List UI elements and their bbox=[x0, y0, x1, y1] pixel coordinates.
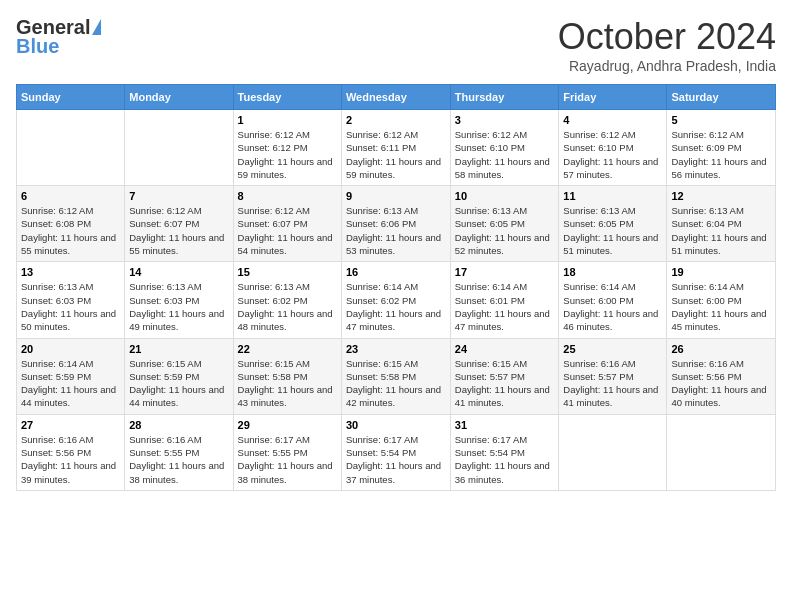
header-wednesday: Wednesday bbox=[341, 85, 450, 110]
day-sunrise: Sunrise: 6:12 AM bbox=[455, 128, 555, 141]
day-sunrise: Sunrise: 6:15 AM bbox=[238, 357, 337, 370]
day-number: 18 bbox=[563, 266, 662, 278]
title-block: October 2024 Rayadrug, Andhra Pradesh, I… bbox=[558, 16, 776, 74]
day-sunset: Sunset: 5:56 PM bbox=[21, 446, 120, 459]
day-daylight: Daylight: 11 hours and 41 minutes. bbox=[455, 383, 555, 410]
table-row: 29 Sunrise: 6:17 AM Sunset: 5:55 PM Dayl… bbox=[233, 414, 341, 490]
table-row: 8 Sunrise: 6:12 AM Sunset: 6:07 PM Dayli… bbox=[233, 186, 341, 262]
day-sunset: Sunset: 6:11 PM bbox=[346, 141, 446, 154]
day-sunset: Sunset: 5:58 PM bbox=[346, 370, 446, 383]
table-row: 26 Sunrise: 6:16 AM Sunset: 5:56 PM Dayl… bbox=[667, 338, 776, 414]
day-sunset: Sunset: 6:07 PM bbox=[129, 217, 228, 230]
day-number: 9 bbox=[346, 190, 446, 202]
day-sunrise: Sunrise: 6:12 AM bbox=[21, 204, 120, 217]
day-daylight: Daylight: 11 hours and 44 minutes. bbox=[21, 383, 120, 410]
day-sunset: Sunset: 5:59 PM bbox=[129, 370, 228, 383]
day-sunset: Sunset: 6:02 PM bbox=[238, 294, 337, 307]
logo-blue: Blue bbox=[16, 35, 59, 58]
day-number: 8 bbox=[238, 190, 337, 202]
table-row: 5 Sunrise: 6:12 AM Sunset: 6:09 PM Dayli… bbox=[667, 110, 776, 186]
day-daylight: Daylight: 11 hours and 39 minutes. bbox=[21, 459, 120, 486]
table-row: 13 Sunrise: 6:13 AM Sunset: 6:03 PM Dayl… bbox=[17, 262, 125, 338]
calendar-week-row: 1 Sunrise: 6:12 AM Sunset: 6:12 PM Dayli… bbox=[17, 110, 776, 186]
day-sunrise: Sunrise: 6:12 AM bbox=[238, 128, 337, 141]
day-daylight: Daylight: 11 hours and 48 minutes. bbox=[238, 307, 337, 334]
day-sunrise: Sunrise: 6:12 AM bbox=[346, 128, 446, 141]
day-sunrise: Sunrise: 6:15 AM bbox=[346, 357, 446, 370]
table-row bbox=[559, 414, 667, 490]
table-row: 23 Sunrise: 6:15 AM Sunset: 5:58 PM Dayl… bbox=[341, 338, 450, 414]
table-row: 14 Sunrise: 6:13 AM Sunset: 6:03 PM Dayl… bbox=[125, 262, 233, 338]
table-row: 2 Sunrise: 6:12 AM Sunset: 6:11 PM Dayli… bbox=[341, 110, 450, 186]
day-daylight: Daylight: 11 hours and 51 minutes. bbox=[671, 231, 771, 258]
day-daylight: Daylight: 11 hours and 53 minutes. bbox=[346, 231, 446, 258]
day-sunset: Sunset: 5:54 PM bbox=[455, 446, 555, 459]
day-sunset: Sunset: 5:59 PM bbox=[21, 370, 120, 383]
day-sunrise: Sunrise: 6:17 AM bbox=[238, 433, 337, 446]
day-sunrise: Sunrise: 6:13 AM bbox=[21, 280, 120, 293]
day-sunrise: Sunrise: 6:13 AM bbox=[563, 204, 662, 217]
day-number: 2 bbox=[346, 114, 446, 126]
day-sunset: Sunset: 6:03 PM bbox=[129, 294, 228, 307]
day-sunrise: Sunrise: 6:14 AM bbox=[455, 280, 555, 293]
header-monday: Monday bbox=[125, 85, 233, 110]
day-sunset: Sunset: 6:09 PM bbox=[671, 141, 771, 154]
day-number: 25 bbox=[563, 343, 662, 355]
table-row bbox=[125, 110, 233, 186]
location-subtitle: Rayadrug, Andhra Pradesh, India bbox=[558, 58, 776, 74]
day-number: 5 bbox=[671, 114, 771, 126]
day-sunrise: Sunrise: 6:12 AM bbox=[563, 128, 662, 141]
day-sunrise: Sunrise: 6:15 AM bbox=[455, 357, 555, 370]
day-sunrise: Sunrise: 6:12 AM bbox=[129, 204, 228, 217]
day-sunset: Sunset: 6:10 PM bbox=[455, 141, 555, 154]
table-row: 12 Sunrise: 6:13 AM Sunset: 6:04 PM Dayl… bbox=[667, 186, 776, 262]
day-number: 20 bbox=[21, 343, 120, 355]
table-row: 28 Sunrise: 6:16 AM Sunset: 5:55 PM Dayl… bbox=[125, 414, 233, 490]
day-number: 19 bbox=[671, 266, 771, 278]
calendar-week-row: 6 Sunrise: 6:12 AM Sunset: 6:08 PM Dayli… bbox=[17, 186, 776, 262]
day-sunrise: Sunrise: 6:16 AM bbox=[563, 357, 662, 370]
day-sunset: Sunset: 6:00 PM bbox=[671, 294, 771, 307]
table-row: 22 Sunrise: 6:15 AM Sunset: 5:58 PM Dayl… bbox=[233, 338, 341, 414]
table-row: 7 Sunrise: 6:12 AM Sunset: 6:07 PM Dayli… bbox=[125, 186, 233, 262]
day-sunrise: Sunrise: 6:16 AM bbox=[671, 357, 771, 370]
day-daylight: Daylight: 11 hours and 59 minutes. bbox=[346, 155, 446, 182]
day-sunset: Sunset: 5:55 PM bbox=[238, 446, 337, 459]
day-sunset: Sunset: 6:08 PM bbox=[21, 217, 120, 230]
day-number: 13 bbox=[21, 266, 120, 278]
table-row: 27 Sunrise: 6:16 AM Sunset: 5:56 PM Dayl… bbox=[17, 414, 125, 490]
day-sunrise: Sunrise: 6:13 AM bbox=[346, 204, 446, 217]
day-number: 22 bbox=[238, 343, 337, 355]
day-sunrise: Sunrise: 6:14 AM bbox=[563, 280, 662, 293]
table-row: 16 Sunrise: 6:14 AM Sunset: 6:02 PM Dayl… bbox=[341, 262, 450, 338]
header-friday: Friday bbox=[559, 85, 667, 110]
day-number: 16 bbox=[346, 266, 446, 278]
day-daylight: Daylight: 11 hours and 40 minutes. bbox=[671, 383, 771, 410]
day-number: 6 bbox=[21, 190, 120, 202]
day-number: 4 bbox=[563, 114, 662, 126]
day-daylight: Daylight: 11 hours and 36 minutes. bbox=[455, 459, 555, 486]
weekday-header-row: Sunday Monday Tuesday Wednesday Thursday… bbox=[17, 85, 776, 110]
table-row: 9 Sunrise: 6:13 AM Sunset: 6:06 PM Dayli… bbox=[341, 186, 450, 262]
table-row: 31 Sunrise: 6:17 AM Sunset: 5:54 PM Dayl… bbox=[450, 414, 559, 490]
month-title: October 2024 bbox=[558, 16, 776, 58]
day-daylight: Daylight: 11 hours and 45 minutes. bbox=[671, 307, 771, 334]
day-daylight: Daylight: 11 hours and 59 minutes. bbox=[238, 155, 337, 182]
day-sunrise: Sunrise: 6:13 AM bbox=[671, 204, 771, 217]
table-row bbox=[17, 110, 125, 186]
day-sunset: Sunset: 5:58 PM bbox=[238, 370, 337, 383]
day-daylight: Daylight: 11 hours and 58 minutes. bbox=[455, 155, 555, 182]
day-daylight: Daylight: 11 hours and 47 minutes. bbox=[346, 307, 446, 334]
table-row: 25 Sunrise: 6:16 AM Sunset: 5:57 PM Dayl… bbox=[559, 338, 667, 414]
calendar-week-row: 27 Sunrise: 6:16 AM Sunset: 5:56 PM Dayl… bbox=[17, 414, 776, 490]
table-row: 11 Sunrise: 6:13 AM Sunset: 6:05 PM Dayl… bbox=[559, 186, 667, 262]
day-sunset: Sunset: 6:05 PM bbox=[455, 217, 555, 230]
day-sunrise: Sunrise: 6:14 AM bbox=[346, 280, 446, 293]
day-number: 23 bbox=[346, 343, 446, 355]
page-header: General Blue October 2024 Rayadrug, Andh… bbox=[16, 16, 776, 74]
day-daylight: Daylight: 11 hours and 55 minutes. bbox=[129, 231, 228, 258]
day-sunrise: Sunrise: 6:14 AM bbox=[671, 280, 771, 293]
day-number: 21 bbox=[129, 343, 228, 355]
day-number: 10 bbox=[455, 190, 555, 202]
day-sunset: Sunset: 6:07 PM bbox=[238, 217, 337, 230]
